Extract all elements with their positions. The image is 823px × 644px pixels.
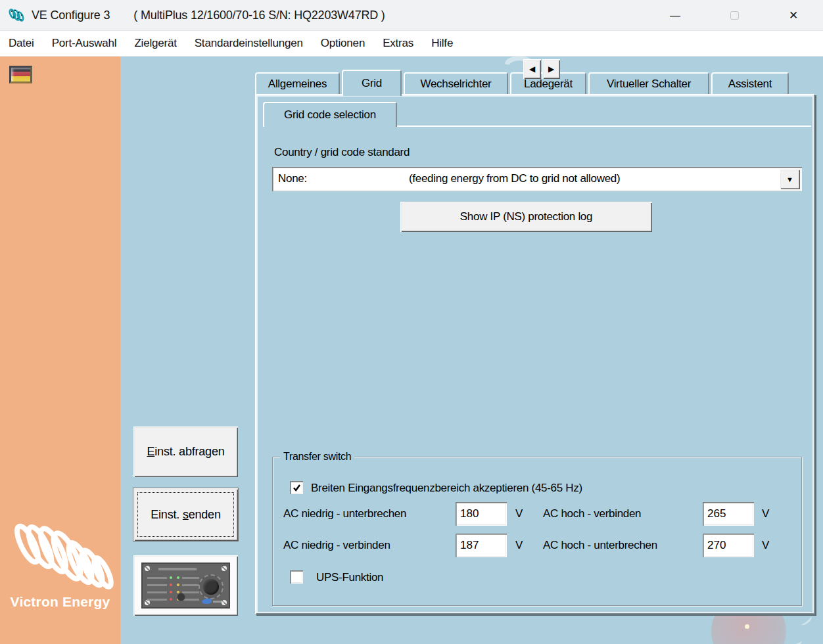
menu-datei[interactable]: Datei	[9, 37, 34, 50]
transfer-switch-group: Transfer switch Breiten Eingangsfrequenz…	[272, 457, 802, 606]
transfer-switch-title: Transfer switch	[280, 451, 354, 463]
menu-hilfe[interactable]: Hilfe	[431, 37, 453, 50]
maximize-button[interactable]	[705, 0, 764, 31]
led-row	[147, 584, 172, 586]
panel-brand-text-bar	[213, 601, 225, 603]
tab-wechselrichter[interactable]: Wechselrichter	[404, 72, 508, 94]
screw-icon	[222, 566, 227, 571]
titlebar: VE Configure 3 ( MultiPlus 12/1600/70-16…	[0, 0, 823, 31]
screw-icon	[145, 566, 150, 571]
ac-high-connect-input[interactable]	[703, 502, 754, 526]
subtab-grid-code-selection[interactable]: Grid code selection	[263, 102, 397, 127]
ac-low-connect-label: AC niedrig - verbinden	[283, 539, 390, 552]
menu-optionen[interactable]: Optionen	[321, 37, 365, 50]
tab-assistent[interactable]: Assistent	[711, 72, 789, 94]
panel-mini-knob	[177, 593, 185, 601]
country-grid-code-label: Country / grid code standard	[274, 146, 410, 159]
minimize-button[interactable]: —	[646, 0, 705, 31]
ac-high-connect-label: AC hoch - verbinden	[543, 507, 641, 520]
menu-zielgeraet[interactable]: Zielgerät	[134, 37, 176, 50]
watermark-squiggle	[788, 637, 803, 644]
ac-low-disconnect-unit: V	[515, 507, 523, 520]
ac-high-disconnect-unit: V	[762, 539, 769, 552]
watermark-squiggle	[799, 613, 814, 627]
tab-virtueller-schalter[interactable]: Virtueller Schalter	[588, 72, 709, 94]
show-protection-log-button[interactable]: Show IP (NS) protection log	[400, 202, 652, 232]
menu-standardeinstellungen[interactable]: Standardeinstellungen	[195, 37, 303, 50]
ac-high-connect-unit: V	[762, 507, 769, 520]
ac-low-disconnect-input[interactable]	[456, 502, 507, 526]
grid-code-dropdown-button[interactable]: ▼	[780, 169, 800, 189]
get-settings-label: Einst. abfragen	[147, 445, 224, 459]
german-flag-icon	[9, 66, 32, 83]
watermark-highlight	[745, 624, 749, 629]
minimize-icon: —	[670, 10, 680, 22]
ac-high-disconnect-label: AC hoch - unterbrechen	[543, 539, 657, 552]
led-row	[147, 598, 172, 601]
ac-low-connect-unit: V	[515, 539, 523, 552]
menubar: Datei Port-Auswahl Zielgerät Standardein…	[0, 31, 823, 57]
led-row	[177, 576, 199, 579]
tab-scroll-buttons: ◀ ▶	[523, 59, 560, 79]
wide-input-frequency-checkbox[interactable]	[290, 481, 303, 494]
multiplus-control-panel-image	[141, 563, 230, 609]
led-row	[147, 591, 172, 593]
scroll-left-icon: ◀	[529, 64, 535, 74]
get-settings-button[interactable]: Einst. abfragen	[133, 426, 238, 477]
panel-title-bar	[158, 568, 197, 570]
menu-extras[interactable]: Extras	[383, 37, 413, 50]
panel-brand-icon	[202, 599, 212, 604]
maximize-icon	[730, 11, 739, 20]
checkmark-icon	[293, 484, 301, 492]
tab-grid[interactable]: Grid	[342, 70, 402, 96]
grid-code-selected-description: (feeding energy from DC to grid not allo…	[409, 172, 620, 185]
wide-input-frequency-label: Breiten Eingangsfrequenzbereich akzeptie…	[311, 482, 582, 495]
grid-code-select[interactable]: None: (feeding energy from DC to grid no…	[272, 167, 802, 191]
screw-icon	[145, 600, 150, 605]
chevron-down-icon: ▼	[786, 175, 793, 183]
scroll-right-icon: ▶	[548, 64, 554, 74]
subtab-divider	[397, 126, 811, 127]
tab-allgemeines[interactable]: Allgemeines	[255, 72, 340, 94]
window-title: VE Configure 3	[32, 9, 110, 22]
remote-panel-button[interactable]	[133, 555, 238, 616]
menu-port-auswahl[interactable]: Port-Auswahl	[52, 37, 117, 50]
close-button[interactable]: ✕	[764, 0, 823, 31]
ac-high-disconnect-input[interactable]	[703, 534, 754, 557]
panel-knob	[199, 574, 223, 599]
send-settings-button[interactable]: Einst. senden	[133, 488, 238, 541]
grid-code-selected-value: None:	[278, 172, 307, 185]
app-logo-icon	[7, 7, 26, 23]
ac-low-connect-input[interactable]	[456, 534, 507, 557]
brand-text: Victron Energy	[0, 594, 120, 610]
sidebar: Victron Energy	[0, 57, 120, 644]
window-subtitle: ( MultiPlus 12/1600/70-16 S/N: HQ2203W47…	[133, 9, 385, 22]
tab-scroll-left-button[interactable]: ◀	[523, 59, 541, 79]
grid-tab-page: Grid code selection Country / grid code …	[255, 94, 815, 614]
tab-scroll-right-button[interactable]: ▶	[542, 59, 560, 79]
victron-logo-icon	[3, 517, 118, 594]
led-row	[177, 584, 199, 586]
send-settings-label: Einst. senden	[151, 508, 221, 522]
main-content: Victron Energy Einst. abfragen Einst. se…	[0, 57, 823, 644]
ups-function-label: UPS-Funktion	[316, 571, 383, 584]
window-controls: — ✕	[646, 0, 823, 31]
ac-low-disconnect-label: AC niedrig - unterbrechen	[283, 507, 406, 520]
led-row	[147, 576, 172, 579]
ups-function-checkbox[interactable]	[290, 570, 303, 584]
close-icon: ✕	[789, 9, 798, 22]
